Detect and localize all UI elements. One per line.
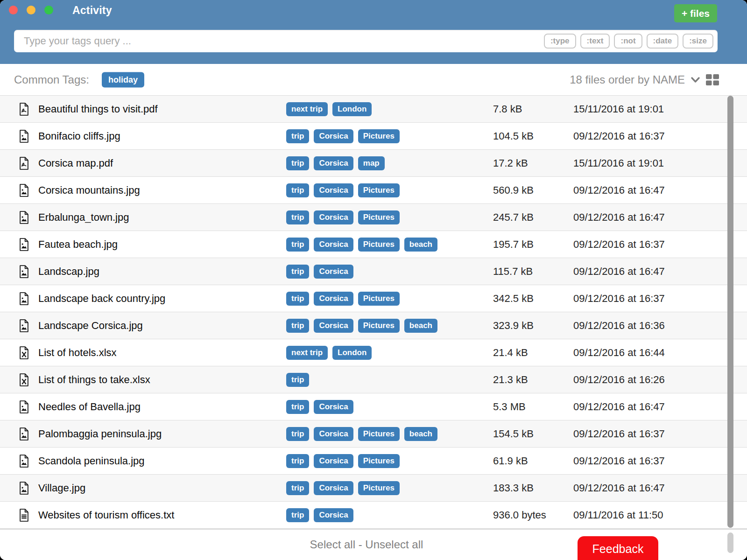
file-tag[interactable]: beach <box>404 238 437 252</box>
filter-type-button[interactable]: :type <box>544 34 576 49</box>
file-tag[interactable]: trip <box>286 210 309 224</box>
file-tag[interactable]: Pictures <box>358 427 400 441</box>
file-tag[interactable]: trip <box>286 265 309 279</box>
file-tag[interactable]: Corsica <box>314 508 353 522</box>
file-row[interactable]: Beautiful things to visit.pdf next tripL… <box>0 95 747 122</box>
file-tag[interactable]: Corsica <box>314 238 353 252</box>
file-tag[interactable]: Pictures <box>358 129 400 143</box>
titlebar: Activity + files :type :text :not :date … <box>0 0 747 64</box>
filter-size-button[interactable]: :size <box>683 34 713 49</box>
window-scrollbar-thumb[interactable] <box>727 532 733 553</box>
file-tag[interactable]: Pictures <box>358 481 400 495</box>
select-all-link[interactable]: Select all <box>310 538 355 551</box>
file-tag[interactable]: London <box>332 346 372 360</box>
file-row[interactable]: Landscape back country.jpg tripCorsicaPi… <box>0 285 747 312</box>
file-name: Corsica mountains.jpg <box>38 184 140 196</box>
file-tag[interactable]: Corsica <box>314 319 353 333</box>
order-by-label[interactable]: 18 files order by NAME <box>570 73 685 86</box>
common-tag-holiday[interactable]: holiday <box>102 72 144 87</box>
file-row[interactable]: List of things to take.xlsx trip 21.3 kB… <box>0 366 747 393</box>
file-row[interactable]: Bonifacio cliffs.jpg tripCorsicaPictures… <box>0 122 747 149</box>
filter-not-button[interactable]: :not <box>614 34 642 49</box>
file-size: 245.7 kB <box>493 211 534 224</box>
file-date: 09/12/2016 at 16:36 <box>573 320 665 332</box>
file-tags: next tripLondon <box>286 102 372 116</box>
list-scrollbar-thumb[interactable] <box>727 96 733 528</box>
file-tag[interactable]: Pictures <box>358 292 400 306</box>
file-tag[interactable]: beach <box>404 319 437 333</box>
file-row[interactable]: Websites of tourism offices.txt tripCors… <box>0 501 747 529</box>
file-row[interactable]: Corsica mountains.jpg tripCorsicaPicture… <box>0 176 747 203</box>
filter-date-button[interactable]: :date <box>647 34 679 49</box>
file-tag[interactable]: Corsica <box>314 210 353 224</box>
file-tag[interactable]: trip <box>286 238 309 252</box>
file-tag[interactable]: Corsica <box>314 183 353 197</box>
file-type-icon <box>18 454 30 468</box>
file-tag[interactable]: Pictures <box>358 183 400 197</box>
file-tag[interactable]: map <box>358 156 385 170</box>
file-row[interactable]: Scandola peninsula.jpg tripCorsicaPictur… <box>0 447 747 474</box>
file-row[interactable]: Fautea beach.jpg tripCorsicaPicturesbeac… <box>0 231 747 258</box>
file-tag[interactable]: trip <box>286 454 309 468</box>
file-row[interactable]: Village.jpg tripCorsicaPictures 183.3 kB… <box>0 474 747 501</box>
file-tag[interactable]: Pictures <box>358 319 400 333</box>
file-list: Beautiful things to visit.pdf next tripL… <box>0 95 747 529</box>
file-date: 09/12/2016 at 16:44 <box>573 347 665 359</box>
file-tag[interactable]: trip <box>286 481 309 495</box>
file-row[interactable]: Erbalunga_town.jpg tripCorsicaPictures 2… <box>0 203 747 231</box>
close-window-button[interactable] <box>9 6 18 14</box>
file-tag[interactable]: Corsica <box>314 265 353 279</box>
file-tag[interactable]: trip <box>286 319 309 333</box>
file-tag[interactable]: Corsica <box>314 481 353 495</box>
file-tag[interactable]: trip <box>286 400 309 414</box>
minimize-window-button[interactable] <box>27 6 35 14</box>
image-file-icon <box>18 183 30 197</box>
unselect-all-link[interactable]: Unselect all <box>365 538 423 551</box>
grid-view-icon[interactable] <box>706 74 719 85</box>
add-files-button[interactable]: + files <box>674 4 717 22</box>
file-tag[interactable]: Corsica <box>314 292 353 306</box>
excel-file-icon <box>18 346 30 359</box>
file-size: 195.7 kB <box>493 238 534 251</box>
filter-text-button[interactable]: :text <box>580 34 610 49</box>
file-name: Landscape back country.jpg <box>38 293 165 305</box>
file-row[interactable]: Corsica map.pdf tripCorsicamap 17.2 kB 1… <box>0 149 747 176</box>
file-tag[interactable]: trip <box>286 183 309 197</box>
file-tag[interactable]: trip <box>286 129 309 143</box>
excel-file-icon <box>18 373 30 386</box>
file-type-icon <box>18 319 30 332</box>
file-tag[interactable]: next trip <box>286 346 328 360</box>
file-row[interactable]: Palombaggia peninsula.jpg tripCorsicaPic… <box>0 420 747 447</box>
zoom-window-button[interactable] <box>44 6 53 14</box>
file-date: 09/12/2016 at 16:37 <box>573 293 665 305</box>
file-row[interactable]: Landscap.jpg tripCorsica 115.7 kB 09/12/… <box>0 258 747 285</box>
file-tag[interactable]: Corsica <box>314 400 353 414</box>
tags-query-input[interactable] <box>14 35 544 47</box>
file-tag[interactable]: next trip <box>286 102 328 116</box>
file-tag[interactable]: trip <box>286 427 309 441</box>
file-row[interactable]: Needles of Bavella.jpg tripCorsica 5.3 M… <box>0 393 747 420</box>
footer-bar: Select all - Unselect all Feedback <box>0 529 747 560</box>
file-tag[interactable]: Pictures <box>358 210 400 224</box>
file-tag[interactable]: Corsica <box>314 129 353 143</box>
feedback-button[interactable]: Feedback <box>578 536 658 560</box>
file-tag[interactable]: London <box>332 102 372 116</box>
file-tag[interactable]: trip <box>286 373 309 387</box>
file-tag[interactable]: Pictures <box>358 454 400 468</box>
chevron-down-icon[interactable] <box>689 73 702 86</box>
search-box: :type :text :not :date :size <box>14 30 718 52</box>
file-tag[interactable]: trip <box>286 292 309 306</box>
file-tag[interactable]: trip <box>286 156 309 170</box>
file-tag[interactable]: beach <box>404 427 437 441</box>
file-tag[interactable]: Pictures <box>358 238 400 252</box>
file-tag[interactable]: Corsica <box>314 427 353 441</box>
file-row[interactable]: List of hotels.xlsx next tripLondon 21.4… <box>0 339 747 366</box>
file-tag[interactable]: trip <box>286 508 309 522</box>
file-name: Village.jpg <box>38 482 85 494</box>
file-tag[interactable]: Corsica <box>314 454 353 468</box>
file-tag[interactable]: Corsica <box>314 156 353 170</box>
selection-links-separator: - <box>355 538 365 551</box>
order-controls: 18 files order by NAME <box>570 64 719 95</box>
file-size: 104.5 kB <box>493 130 534 142</box>
file-row[interactable]: Landscape Corsica.jpg tripCorsicaPicture… <box>0 312 747 339</box>
